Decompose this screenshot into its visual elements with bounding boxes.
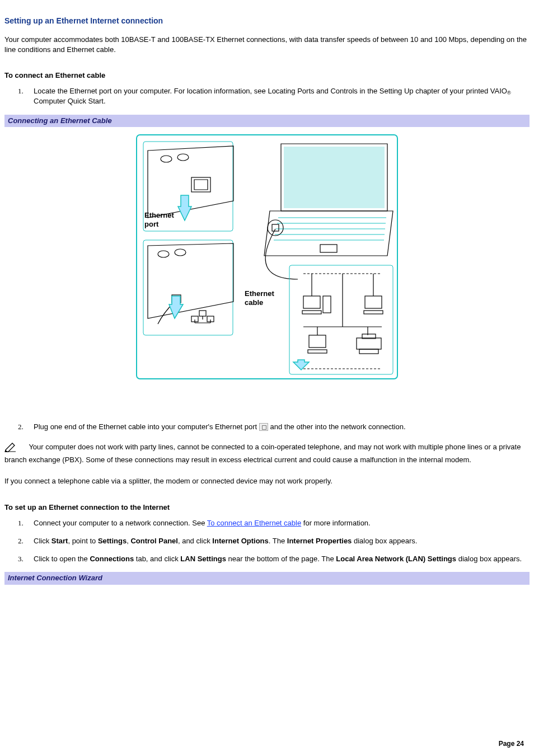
diagram-label-cable: cable <box>245 298 263 307</box>
svg-rect-36 <box>308 350 327 353</box>
note-paragraph-2: If you connect a telephone cable via a s… <box>4 476 530 486</box>
svg-rect-9 <box>199 311 206 316</box>
svg-point-3 <box>177 154 189 161</box>
setup2-i: . The <box>269 537 287 545</box>
diagram-label-ethernet: Ethernet <box>144 211 174 219</box>
note-pencil-icon <box>4 442 17 455</box>
step1-text-a: Locate the Ethernet port on your compute… <box>34 87 507 95</box>
setup1-b: for more information. <box>301 519 371 527</box>
svg-rect-25 <box>303 296 320 308</box>
setup2-start: Start <box>51 537 68 545</box>
step1-text-b: Computer Quick Start. <box>34 97 106 105</box>
subheading-setup: To set up an Ethernet connection to the … <box>4 503 530 513</box>
figure-caption-wizard: Internet Connection Wizard <box>4 572 530 584</box>
svg-rect-29 <box>364 311 383 314</box>
step2-text-a: Plug one end of the Ethernet cable into … <box>34 422 259 431</box>
setup3-lan-settings: LAN Settings <box>180 555 226 563</box>
link-to-connect-ethernet[interactable]: To connect an Ethernet cable <box>207 519 301 527</box>
setup3-a: Click to open the <box>34 555 90 563</box>
setup3-lan-dialog: Local Area Network (LAN) Settings <box>336 555 456 563</box>
page-number: Page 24 <box>499 739 524 749</box>
diagram-label-ethernet-cable: Ethernet <box>245 289 274 298</box>
svg-rect-5 <box>143 240 233 335</box>
connect-step-1: Locate the Ethernet port on your compute… <box>18 86 530 106</box>
svg-point-18 <box>268 220 283 236</box>
intro-paragraph: Your computer accommodates both 10BASE-T… <box>4 35 530 55</box>
svg-rect-19 <box>272 224 279 231</box>
svg-rect-26 <box>302 311 321 314</box>
setup2-settings: Settings <box>98 537 127 545</box>
setup2-a: Click <box>34 537 51 545</box>
section-heading: Setting up an Ethernet Internet connecti… <box>4 16 530 27</box>
setup3-connections: Connections <box>90 555 134 563</box>
registered-symbol: ® <box>507 90 511 96</box>
note-block: Your computer does not work with party l… <box>4 442 530 465</box>
setup3-c: tab, and click <box>134 555 180 563</box>
setup2-k: dialog box appears. <box>352 537 417 545</box>
setup-step-2: Click Start, point to Settings, Control … <box>18 536 530 546</box>
setup-step-1: Connect your computer to a network conne… <box>18 518 530 528</box>
svg-rect-35 <box>309 335 326 348</box>
setup2-g: , and click <box>178 537 212 545</box>
svg-rect-27 <box>323 296 331 313</box>
connect-step-2: Plug one end of the Ethernet cable into … <box>18 422 530 432</box>
figure-ethernet-diagram: Ethernet port <box>4 134 530 383</box>
svg-rect-20 <box>289 265 393 374</box>
svg-point-6 <box>158 251 169 257</box>
svg-rect-37 <box>357 338 381 349</box>
setup1-a: Connect your computer to a network conne… <box>34 519 207 527</box>
subheading-connect: To connect an Ethernet cable <box>4 71 530 81</box>
svg-rect-17 <box>320 245 337 252</box>
figure-caption-ethernet-cable: Connecting an Ethernet Cable <box>4 115 530 127</box>
setup2-c: , point to <box>68 537 97 545</box>
ethernet-diagram-svg: Ethernet port <box>135 134 399 380</box>
setup2-internet-properties: Internet Properties <box>287 537 352 545</box>
svg-rect-28 <box>365 296 382 308</box>
setup3-e: near the bottom of the page. The <box>226 555 336 563</box>
note-paragraph-1: Your computer does not work with party l… <box>4 443 521 464</box>
step2-text-b: and the other into the network connectio… <box>270 422 405 431</box>
diagram-label-port: port <box>144 220 159 228</box>
setup-step-3: Click to open the Connections tab, and c… <box>18 554 530 564</box>
svg-point-7 <box>175 249 186 256</box>
setup2-control-panel: Control Panel <box>130 537 178 545</box>
setup2-internet-options: Internet Options <box>212 537 268 545</box>
ethernet-port-icon <box>259 423 268 431</box>
svg-point-2 <box>161 156 172 162</box>
svg-rect-39 <box>359 349 378 354</box>
setup3-g: dialog box appears. <box>456 555 522 563</box>
